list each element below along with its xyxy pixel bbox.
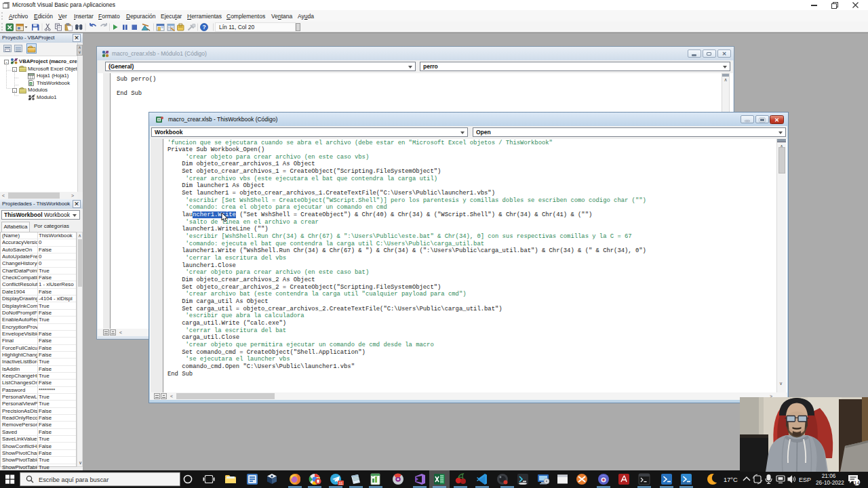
svg-text:21:06: 21:06 [822, 473, 836, 479]
svg-text:11: 11 [338, 481, 343, 485]
svg-text:26-10-2022: 26-10-2022 [816, 480, 844, 486]
svg-text:ESP: ESP [799, 476, 811, 483]
svg-text:Escribe aquí para buscar: Escribe aquí para buscar [39, 476, 108, 483]
svg-text:14: 14 [854, 480, 859, 486]
svg-text:?: ? [202, 24, 205, 30]
svg-text:17°C: 17°C [724, 476, 738, 483]
